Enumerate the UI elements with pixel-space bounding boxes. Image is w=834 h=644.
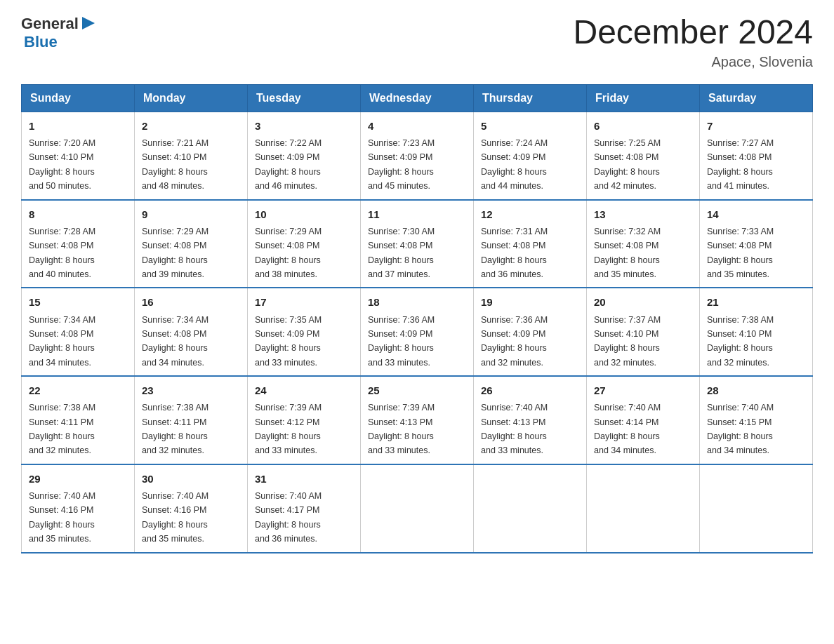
day-number: 16 [142, 294, 240, 310]
header-saturday: Saturday [700, 84, 813, 112]
day-number: 14 [707, 206, 805, 222]
day-info: Sunrise: 7:29 AMSunset: 4:08 PMDaylight:… [255, 227, 322, 279]
calendar-cell: 23 Sunrise: 7:38 AMSunset: 4:11 PMDaylig… [135, 376, 248, 464]
day-number: 2 [142, 118, 240, 134]
day-info: Sunrise: 7:22 AMSunset: 4:09 PMDaylight:… [255, 138, 322, 191]
day-number: 29 [29, 471, 127, 487]
day-info: Sunrise: 7:36 AMSunset: 4:09 PMDaylight:… [481, 315, 548, 368]
week-row-1: 1 Sunrise: 7:20 AMSunset: 4:10 PMDayligh… [22, 112, 813, 199]
day-number: 31 [255, 471, 353, 487]
header-sunday: Sunday [22, 84, 135, 112]
day-number: 5 [481, 118, 579, 134]
day-info: Sunrise: 7:38 AMSunset: 4:10 PMDaylight:… [707, 315, 774, 368]
day-info: Sunrise: 7:40 AMSunset: 4:15 PMDaylight:… [707, 403, 774, 455]
day-info: Sunrise: 7:29 AMSunset: 4:08 PMDaylight:… [142, 227, 208, 279]
calendar-cell: 5 Sunrise: 7:24 AMSunset: 4:09 PMDayligh… [474, 112, 587, 199]
day-number: 11 [368, 206, 466, 222]
calendar-cell: 1 Sunrise: 7:20 AMSunset: 4:10 PMDayligh… [22, 112, 135, 199]
calendar-cell: 27 Sunrise: 7:40 AMSunset: 4:14 PMDaylig… [587, 376, 700, 464]
calendar-cell: 9 Sunrise: 7:29 AMSunset: 4:08 PMDayligh… [135, 200, 248, 288]
calendar-table: SundayMondayTuesdayWednesdayThursdayFrid… [21, 84, 813, 554]
header-thursday: Thursday [474, 84, 587, 112]
day-info: Sunrise: 7:36 AMSunset: 4:09 PMDaylight:… [368, 315, 435, 368]
week-row-4: 22 Sunrise: 7:38 AMSunset: 4:11 PMDaylig… [22, 376, 813, 464]
day-info: Sunrise: 7:35 AMSunset: 4:09 PMDaylight:… [255, 315, 322, 368]
calendar-cell: 18 Sunrise: 7:36 AMSunset: 4:09 PMDaylig… [361, 288, 474, 376]
day-number: 25 [368, 382, 466, 398]
day-info: Sunrise: 7:40 AMSunset: 4:16 PMDaylight:… [29, 491, 95, 544]
day-number: 21 [707, 294, 805, 310]
logo: General Blue [21, 14, 96, 51]
calendar-cell: 31 Sunrise: 7:40 AMSunset: 4:17 PMDaylig… [248, 464, 361, 553]
calendar-cell: 16 Sunrise: 7:34 AMSunset: 4:08 PMDaylig… [135, 288, 248, 376]
day-number: 10 [255, 206, 353, 222]
calendar-cell: 21 Sunrise: 7:38 AMSunset: 4:10 PMDaylig… [700, 288, 813, 376]
day-info: Sunrise: 7:40 AMSunset: 4:14 PMDaylight:… [594, 403, 661, 455]
logo-triangle-icon [81, 15, 96, 31]
day-info: Sunrise: 7:40 AMSunset: 4:17 PMDaylight:… [255, 491, 322, 544]
calendar-title: December 2024 [573, 14, 813, 51]
day-info: Sunrise: 7:38 AMSunset: 4:11 PMDaylight:… [29, 403, 95, 455]
logo-general-text: General [21, 15, 79, 32]
calendar-cell: 8 Sunrise: 7:28 AMSunset: 4:08 PMDayligh… [22, 200, 135, 288]
calendar-cell: 20 Sunrise: 7:37 AMSunset: 4:10 PMDaylig… [587, 288, 700, 376]
week-row-5: 29 Sunrise: 7:40 AMSunset: 4:16 PMDaylig… [22, 464, 813, 553]
day-info: Sunrise: 7:23 AMSunset: 4:09 PMDaylight:… [368, 138, 435, 191]
calendar-cell: 30 Sunrise: 7:40 AMSunset: 4:16 PMDaylig… [135, 464, 248, 553]
day-info: Sunrise: 7:34 AMSunset: 4:08 PMDaylight:… [29, 315, 95, 368]
calendar-cell: 19 Sunrise: 7:36 AMSunset: 4:09 PMDaylig… [474, 288, 587, 376]
calendar-header-row: SundayMondayTuesdayWednesdayThursdayFrid… [22, 84, 813, 112]
calendar-cell: 11 Sunrise: 7:30 AMSunset: 4:08 PMDaylig… [361, 200, 474, 288]
day-number: 9 [142, 206, 240, 222]
day-number: 26 [481, 382, 579, 398]
day-number: 28 [707, 382, 805, 398]
calendar-cell: 29 Sunrise: 7:40 AMSunset: 4:16 PMDaylig… [22, 464, 135, 553]
calendar-cell [361, 464, 474, 553]
calendar-cell: 13 Sunrise: 7:32 AMSunset: 4:08 PMDaylig… [587, 200, 700, 288]
day-info: Sunrise: 7:24 AMSunset: 4:09 PMDaylight:… [481, 138, 548, 191]
day-info: Sunrise: 7:28 AMSunset: 4:08 PMDaylight:… [29, 227, 95, 279]
day-number: 3 [255, 118, 353, 134]
calendar-cell: 3 Sunrise: 7:22 AMSunset: 4:09 PMDayligh… [248, 112, 361, 199]
day-number: 19 [481, 294, 579, 310]
day-number: 4 [368, 118, 466, 134]
calendar-cell: 4 Sunrise: 7:23 AMSunset: 4:09 PMDayligh… [361, 112, 474, 199]
calendar-subtitle: Apace, Slovenia [573, 54, 813, 70]
day-number: 18 [368, 294, 466, 310]
day-number: 30 [142, 471, 240, 487]
day-info: Sunrise: 7:39 AMSunset: 4:13 PMDaylight:… [368, 403, 435, 455]
day-info: Sunrise: 7:34 AMSunset: 4:08 PMDaylight:… [142, 315, 208, 368]
day-info: Sunrise: 7:37 AMSunset: 4:10 PMDaylight:… [594, 315, 661, 368]
logo-blue-text: Blue [21, 34, 96, 51]
week-row-2: 8 Sunrise: 7:28 AMSunset: 4:08 PMDayligh… [22, 200, 813, 288]
day-info: Sunrise: 7:27 AMSunset: 4:08 PMDaylight:… [707, 138, 774, 191]
day-info: Sunrise: 7:40 AMSunset: 4:16 PMDaylight:… [142, 491, 208, 544]
day-info: Sunrise: 7:30 AMSunset: 4:08 PMDaylight:… [368, 227, 435, 279]
calendar-cell: 28 Sunrise: 7:40 AMSunset: 4:15 PMDaylig… [700, 376, 813, 464]
day-number: 24 [255, 382, 353, 398]
title-block: December 2024 Apace, Slovenia [573, 14, 813, 70]
day-info: Sunrise: 7:33 AMSunset: 4:08 PMDaylight:… [707, 227, 774, 279]
day-number: 15 [29, 294, 127, 310]
calendar-cell: 10 Sunrise: 7:29 AMSunset: 4:08 PMDaylig… [248, 200, 361, 288]
calendar-cell: 22 Sunrise: 7:38 AMSunset: 4:11 PMDaylig… [22, 376, 135, 464]
day-number: 27 [594, 382, 692, 398]
header-tuesday: Tuesday [248, 84, 361, 112]
day-number: 23 [142, 382, 240, 398]
day-number: 17 [255, 294, 353, 310]
calendar-cell: 12 Sunrise: 7:31 AMSunset: 4:08 PMDaylig… [474, 200, 587, 288]
day-info: Sunrise: 7:40 AMSunset: 4:13 PMDaylight:… [481, 403, 548, 455]
day-number: 12 [481, 206, 579, 222]
calendar-cell: 2 Sunrise: 7:21 AMSunset: 4:10 PMDayligh… [135, 112, 248, 199]
day-number: 6 [594, 118, 692, 134]
calendar-cell: 17 Sunrise: 7:35 AMSunset: 4:09 PMDaylig… [248, 288, 361, 376]
calendar-cell: 14 Sunrise: 7:33 AMSunset: 4:08 PMDaylig… [700, 200, 813, 288]
day-info: Sunrise: 7:20 AMSunset: 4:10 PMDaylight:… [29, 138, 95, 191]
day-number: 8 [29, 206, 127, 222]
day-info: Sunrise: 7:32 AMSunset: 4:08 PMDaylight:… [594, 227, 661, 279]
day-info: Sunrise: 7:39 AMSunset: 4:12 PMDaylight:… [255, 403, 322, 455]
day-info: Sunrise: 7:38 AMSunset: 4:11 PMDaylight:… [142, 403, 208, 455]
day-number: 20 [594, 294, 692, 310]
week-row-3: 15 Sunrise: 7:34 AMSunset: 4:08 PMDaylig… [22, 288, 813, 376]
day-number: 13 [594, 206, 692, 222]
